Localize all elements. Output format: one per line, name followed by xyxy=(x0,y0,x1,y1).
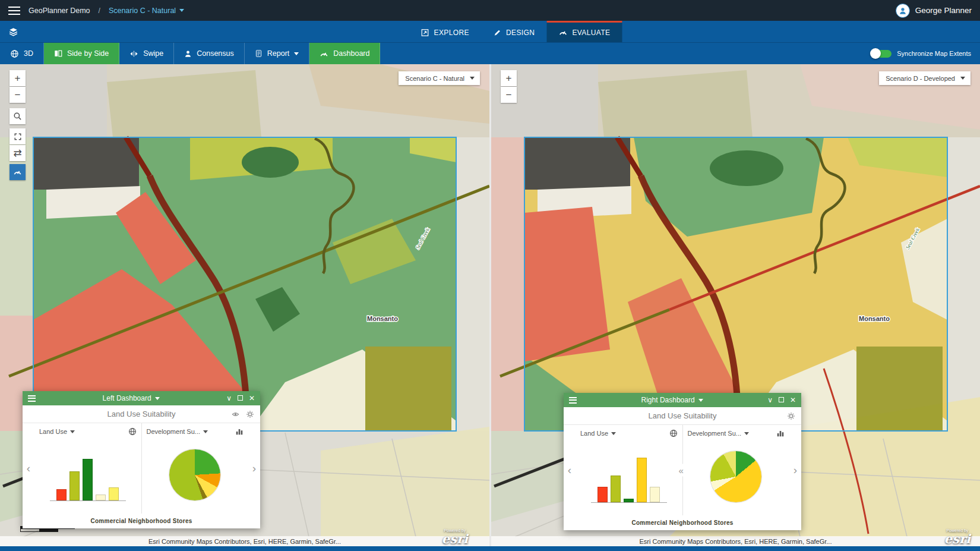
zoom-out-button[interactable]: − xyxy=(10,87,26,103)
panel-maximize-icon[interactable] xyxy=(779,396,784,404)
full-extent-icon[interactable] xyxy=(10,128,26,144)
bar-segment xyxy=(650,487,660,502)
scenario-selector-left-label: Scenario C - Natural xyxy=(405,75,464,82)
scenario-selector-right[interactable]: Scenario D - Developed xyxy=(879,71,970,85)
user-menu[interactable]: George Planner xyxy=(896,4,972,18)
map-label-monsanto: Monsanto xyxy=(859,315,890,322)
user-name: George Planner xyxy=(915,6,972,15)
bar-segment xyxy=(69,471,80,500)
panel-menu-icon[interactable] xyxy=(569,395,577,405)
scenario-link-label: Scenario C - Natural xyxy=(109,7,176,15)
tab-evaluate[interactable]: EVALUATE xyxy=(546,21,622,42)
left-dashboard-panel: Left Dashboard ∨ ✕ Land Use Suitability xyxy=(23,391,260,528)
map-right-scenario-d[interactable]: Monsanto Seal Creek + − Scenario D - Dev… xyxy=(491,64,980,546)
panel-maximize-icon[interactable] xyxy=(238,395,243,402)
panel-close-icon[interactable]: ✕ xyxy=(249,395,255,402)
right-dashboard-title: Right Dashboard xyxy=(641,396,695,404)
dashboard-button[interactable]: Dashboard xyxy=(309,43,380,64)
map-divider xyxy=(489,64,491,546)
side-by-side-button[interactable]: Side by Side xyxy=(44,43,119,64)
scenario-selector-left[interactable]: Scenario C - Natural xyxy=(399,71,480,85)
panel-collapse-icon[interactable]: ∨ xyxy=(226,395,232,402)
development-series-select[interactable]: Development Su... xyxy=(144,426,246,437)
settings-gear-icon[interactable] xyxy=(246,410,254,418)
land-use-series-select[interactable]: Land Use xyxy=(37,426,139,437)
dashboard-widget-left xyxy=(10,164,26,180)
chart-caption: Commercial Neighborhood Stores xyxy=(564,515,801,530)
land-use-series-select[interactable]: Land Use xyxy=(578,427,680,439)
esri-wordmark: esri xyxy=(944,531,970,546)
right-dashboard-header[interactable]: Right Dashboard ∨ ✕ xyxy=(564,393,801,407)
card-divider xyxy=(141,423,142,514)
development-suitability-pie-chart[interactable] xyxy=(710,451,761,502)
consensus-button[interactable]: Consensus xyxy=(174,43,245,64)
tab-explore[interactable]: EXPLORE xyxy=(409,21,481,42)
card-divider: « xyxy=(682,425,683,515)
extent-controls-left: ⇄ xyxy=(10,128,26,161)
esri-logo: Powered by esri xyxy=(944,528,970,545)
zoom-in-button[interactable]: + xyxy=(10,70,26,86)
panel-menu-icon[interactable] xyxy=(28,393,36,403)
bar-segment xyxy=(109,487,119,500)
panel-close-icon[interactable]: ✕ xyxy=(790,396,796,404)
chevron-down-icon xyxy=(155,397,160,400)
panel-collapse-icon[interactable]: ∨ xyxy=(767,396,773,404)
search-icon[interactable] xyxy=(10,108,26,124)
chart-page-prev-icon[interactable]: ‹ xyxy=(23,423,34,514)
bar-chart-icon[interactable] xyxy=(776,429,785,437)
tab-explore-label: EXPLORE xyxy=(434,29,469,37)
map-attribution-left: Esri Community Maps Contributors, Esri, … xyxy=(0,536,489,546)
right-dashboard-title-select[interactable]: Right Dashboard xyxy=(581,396,763,404)
bar-segment xyxy=(611,476,621,502)
chart-page-prev-icon[interactable]: ‹ xyxy=(564,425,576,515)
dashboard-button-label: Dashboard xyxy=(333,49,369,58)
development-series-select[interactable]: Development Su... xyxy=(685,427,788,439)
chart-page-next-icon[interactable]: › xyxy=(248,423,260,514)
left-dashboard-title: Left Dashboard xyxy=(103,394,151,402)
swap-extent-icon[interactable]: ⇄ xyxy=(10,145,26,161)
zoom-out-button[interactable]: − xyxy=(501,87,517,103)
tab-evaluate-label: EVALUATE xyxy=(572,29,610,37)
left-dashboard-title-select[interactable]: Left Dashboard xyxy=(40,394,222,402)
3d-button-label: 3D xyxy=(24,49,33,58)
swipe-button[interactable]: Swipe xyxy=(119,43,174,64)
land-use-bar-chart[interactable] xyxy=(50,449,126,501)
sync-extents-label: Synchronize Map Extents xyxy=(897,50,971,57)
left-dashboard-header[interactable]: Left Dashboard ∨ ✕ xyxy=(23,391,260,405)
dashboard-gauge-icon[interactable] xyxy=(10,164,26,180)
breadcrumb-scenario-link[interactable]: Scenario C - Natural xyxy=(109,7,184,15)
chevron-down-icon xyxy=(179,9,184,12)
land-use-chart-card: Land Use xyxy=(34,423,141,514)
sync-extents-toggle[interactable] xyxy=(871,50,892,58)
report-button[interactable]: Report xyxy=(245,43,310,64)
globe-icon[interactable] xyxy=(669,429,678,437)
globe-icon[interactable] xyxy=(128,427,137,436)
app-title: GeoPlanner Demo xyxy=(29,7,90,15)
collapse-card-icon[interactable]: « xyxy=(678,464,684,477)
chart-page-next-icon[interactable]: › xyxy=(789,425,801,515)
bar-chart-icon[interactable] xyxy=(235,427,244,436)
evaluate-toolbar: 3D Side by Side Swipe Consensus Report xyxy=(0,42,980,64)
right-dashboard-panel: Right Dashboard ∨ ✕ Land Use Suitability xyxy=(564,393,801,530)
zoom-in-button[interactable]: + xyxy=(501,70,517,86)
top-nav: GeoPlanner Demo / Scenario C - Natural G… xyxy=(0,0,980,21)
3d-button[interactable]: 3D xyxy=(0,43,44,64)
chevron-down-icon xyxy=(294,52,299,55)
development-suitability-pie-chart[interactable] xyxy=(169,449,220,500)
bar-segment xyxy=(637,458,647,502)
land-use-bar-chart[interactable] xyxy=(591,451,667,503)
section-title: Land Use Suitability xyxy=(108,410,176,418)
breadcrumb-separator: / xyxy=(99,7,100,15)
tab-design-label: DESIGN xyxy=(506,29,535,37)
bar-segment xyxy=(598,487,608,502)
left-dashboard-charts: ‹ Land Use xyxy=(23,423,260,514)
land-use-chart-card: Land Use xyxy=(576,425,682,515)
map-attribution-right: Esri Community Maps Contributors, Esri, … xyxy=(491,536,980,546)
esri-logo: Powered by esri xyxy=(442,528,468,545)
visibility-eye-icon[interactable] xyxy=(231,411,240,418)
layers-icon[interactable] xyxy=(0,21,26,42)
tab-design[interactable]: DESIGN xyxy=(481,21,546,42)
menu-icon[interactable] xyxy=(8,4,20,17)
map-left-scenario-c[interactable]: Monsanto Seal Creek + − ⇄ xyxy=(0,64,489,546)
settings-gear-icon[interactable] xyxy=(787,412,795,420)
